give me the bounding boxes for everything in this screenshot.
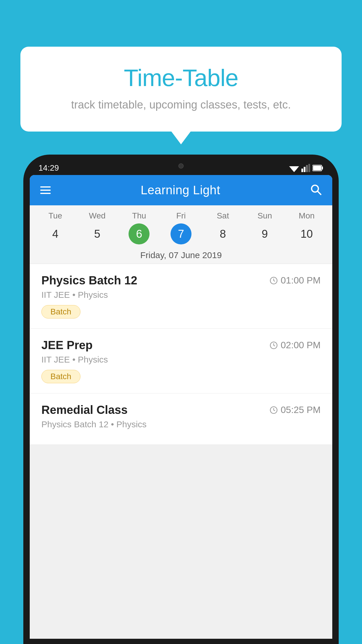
day-name-tue: Tue (48, 211, 62, 220)
battery-icon (312, 164, 324, 172)
svg-rect-4 (306, 165, 308, 172)
schedule-item-2-title: JEE Prep (41, 339, 93, 352)
day-col-mon[interactable]: Mon 10 (288, 211, 326, 244)
status-bar: 14:29 (30, 160, 332, 175)
day-num-sat: 8 (212, 223, 233, 244)
schedule-item-1-time: 01:00 PM (270, 275, 321, 286)
schedule-item-1-header: Physics Batch 12 01:00 PM (41, 274, 321, 287)
day-col-sun[interactable]: Sun 9 (246, 211, 284, 244)
wifi-icon (289, 164, 299, 172)
day-col-fri[interactable]: Fri 7 (162, 211, 200, 244)
day-num-sun: 9 (254, 223, 275, 244)
phone-screen: Learning Light Tue 4 Wed 5 Thu 6 (30, 175, 332, 639)
svg-line-10 (318, 191, 321, 195)
speech-bubble-card: Time-Table track timetable, upcoming cla… (20, 47, 342, 132)
calendar-week: Tue 4 Wed 5 Thu 6 Fri 7 Sat 8 Sun 9 (30, 205, 332, 247)
speech-bubble-title: Time-Table (44, 64, 318, 92)
clock-icon-3 (270, 406, 278, 414)
svg-rect-3 (304, 167, 305, 172)
schedule-item-1-sub: IIT JEE • Physics (41, 290, 321, 300)
schedule-item-3-header: Remedial Class 05:25 PM (41, 403, 321, 416)
day-col-wed[interactable]: Wed 5 (78, 211, 116, 244)
day-name-sun: Sun (257, 211, 272, 220)
schedule-item-1-tag: Batch (41, 305, 80, 318)
search-button[interactable] (310, 184, 322, 197)
app-title: Learning Light (140, 183, 220, 197)
schedule-item-2-sub: IIT JEE • Physics (41, 355, 321, 365)
day-name-wed: Wed (89, 211, 106, 220)
schedule-item-2-header: JEE Prep 02:00 PM (41, 339, 321, 352)
hamburger-menu[interactable] (40, 186, 51, 194)
day-name-sat: Sat (217, 211, 229, 220)
day-col-sat[interactable]: Sat 8 (204, 211, 242, 244)
schedule-item-2[interactable]: JEE Prep 02:00 PM IIT JEE • Physics Batc… (30, 329, 332, 393)
phone-frame: 14:29 (23, 155, 339, 644)
schedule-item-3-title: Remedial Class (41, 403, 128, 416)
clock-icon-2 (270, 341, 278, 349)
speech-bubble-subtitle: track timetable, upcoming classes, tests… (44, 99, 318, 111)
schedule-item-3-time: 05:25 PM (270, 405, 321, 415)
day-num-mon: 10 (296, 223, 317, 244)
schedule-item-3[interactable]: Remedial Class 05:25 PM Physics Batch 12… (30, 393, 332, 445)
clock-icon-1 (270, 276, 278, 285)
day-num-thu: 6 (129, 223, 150, 244)
day-col-tue[interactable]: Tue 4 (36, 211, 74, 244)
day-col-thu[interactable]: Thu 6 (120, 211, 158, 244)
day-num-fri: 7 (171, 223, 191, 244)
app-toolbar: Learning Light (30, 175, 332, 205)
camera-dot (178, 163, 184, 169)
search-icon (310, 184, 322, 195)
status-time: 14:29 (38, 163, 59, 173)
status-icons (289, 164, 324, 172)
svg-rect-7 (322, 167, 323, 169)
day-num-wed: 5 (87, 223, 108, 244)
svg-rect-8 (313, 166, 321, 170)
schedule-item-3-sub: Physics Batch 12 • Physics (41, 419, 321, 429)
schedule-item-2-tag: Batch (41, 370, 80, 383)
svg-rect-2 (301, 169, 303, 172)
selected-date-label: Friday, 07 June 2019 (30, 247, 332, 264)
day-name-thu: Thu (132, 211, 146, 220)
day-num-tue: 4 (45, 223, 66, 244)
schedule-list: Physics Batch 12 01:00 PM IIT JEE • Phys… (30, 264, 332, 445)
signal-icon (301, 164, 310, 172)
phone-notch (164, 160, 198, 172)
schedule-item-1-title: Physics Batch 12 (41, 274, 137, 287)
day-name-mon: Mon (299, 211, 314, 220)
schedule-item-2-time: 02:00 PM (270, 340, 321, 351)
schedule-item-1[interactable]: Physics Batch 12 01:00 PM IIT JEE • Phys… (30, 264, 332, 329)
svg-rect-5 (308, 164, 310, 172)
day-name-fri: Fri (176, 211, 186, 220)
